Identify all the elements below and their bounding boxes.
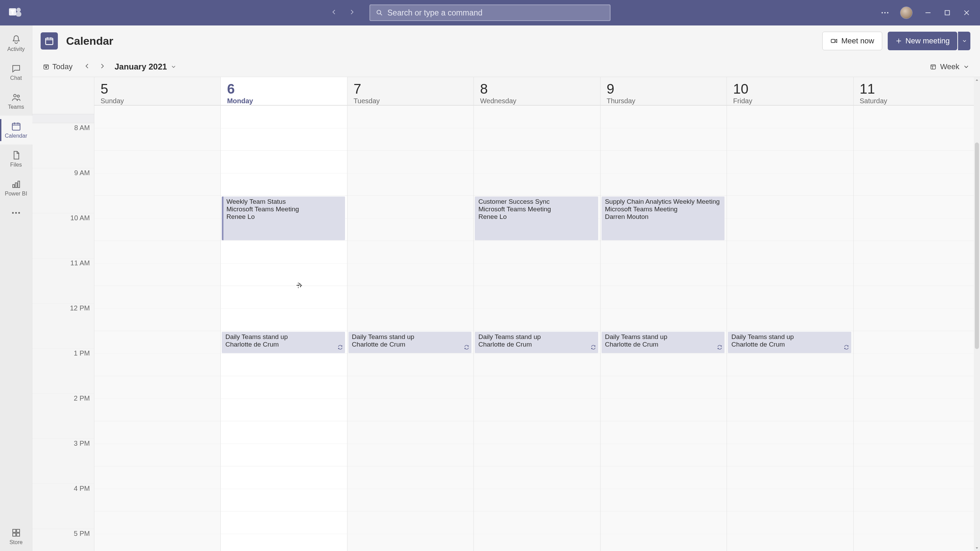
day-header[interactable]: 5Sunday: [94, 77, 220, 105]
time-slot[interactable]: [727, 511, 853, 551]
rail-item-chat[interactable]: Chat: [0, 58, 32, 87]
day-header[interactable]: 9Thursday: [601, 77, 727, 105]
rail-item-calendar[interactable]: Calendar: [0, 116, 32, 144]
today-button[interactable]: Today: [43, 62, 73, 71]
day-header[interactable]: 11Saturday: [854, 77, 980, 105]
user-avatar[interactable]: [900, 6, 913, 19]
window-maximize-button[interactable]: [943, 9, 951, 16]
time-slot[interactable]: [474, 151, 600, 196]
time-slot[interactable]: [347, 421, 474, 466]
time-slot[interactable]: [727, 106, 853, 151]
time-slot[interactable]: [94, 511, 220, 551]
day-column[interactable]: 9ThursdaySupply Chain Analytics Weekly M…: [601, 77, 727, 551]
time-slot[interactable]: [854, 331, 980, 376]
day-header[interactable]: 8Wednesday: [474, 77, 600, 105]
time-slot[interactable]: [347, 241, 474, 286]
day-column[interactable]: 11Saturday: [854, 77, 980, 551]
time-slot[interactable]: [854, 376, 980, 421]
history-back-button[interactable]: [331, 9, 337, 17]
time-slot[interactable]: [727, 241, 853, 286]
time-slot[interactable]: [601, 106, 727, 151]
time-slot[interactable]: [94, 106, 220, 151]
view-selector[interactable]: Week: [930, 62, 970, 71]
calendar-event[interactable]: Daily Teams stand upCharlotte de Crum: [222, 332, 345, 353]
time-slot[interactable]: [854, 106, 980, 151]
time-slot[interactable]: [474, 511, 600, 551]
time-slot[interactable]: [94, 286, 220, 331]
time-slot[interactable]: [727, 196, 853, 241]
time-slot[interactable]: [727, 421, 853, 466]
time-slot[interactable]: [601, 286, 727, 331]
time-slot[interactable]: [601, 421, 727, 466]
time-slot[interactable]: [94, 466, 220, 511]
day-column[interactable]: 6MondayWeekly Team StatusMicrosoft Teams…: [221, 77, 347, 551]
time-slot[interactable]: [601, 466, 727, 511]
day-header[interactable]: 6Monday: [221, 77, 347, 105]
day-column[interactable]: 8WednesdayCustomer Success SyncMicrosoft…: [474, 77, 600, 551]
calendar-event[interactable]: Daily Teams stand upCharlotte de Crum: [348, 332, 471, 353]
time-slot[interactable]: [347, 286, 474, 331]
calendar-event[interactable]: Daily Teams stand upCharlotte de Crum: [601, 332, 724, 353]
time-slot[interactable]: [94, 196, 220, 241]
time-slot[interactable]: [601, 511, 727, 551]
time-slot[interactable]: [221, 421, 347, 466]
rail-item-teams[interactable]: Teams: [0, 87, 32, 116]
scroll-down-button[interactable]: [974, 545, 980, 551]
calendar-event[interactable]: Weekly Team StatusMicrosoft Teams Meetin…: [222, 197, 345, 240]
rail-item-activity[interactable]: Activity: [0, 29, 32, 58]
rail-item-files[interactable]: Files: [0, 144, 32, 173]
calendar-event[interactable]: Daily Teams stand upCharlotte de Crum: [728, 332, 851, 353]
time-slot[interactable]: [221, 376, 347, 421]
time-slot[interactable]: [854, 511, 980, 551]
time-slot[interactable]: [854, 151, 980, 196]
time-slot[interactable]: [94, 151, 220, 196]
time-slot[interactable]: [854, 286, 980, 331]
time-slot[interactable]: [347, 196, 474, 241]
time-slot[interactable]: [221, 241, 347, 286]
rail-item-powerbi[interactable]: Power BI: [0, 173, 32, 202]
command-search-box[interactable]: Search or type a command: [369, 5, 611, 21]
time-slot[interactable]: [474, 421, 600, 466]
time-slot[interactable]: [727, 376, 853, 421]
next-week-button[interactable]: [99, 63, 106, 71]
time-slot[interactable]: [94, 421, 220, 466]
date-range-picker[interactable]: January 2021: [115, 62, 177, 71]
time-slot[interactable]: [347, 376, 474, 421]
time-slot[interactable]: [474, 106, 600, 151]
time-slot[interactable]: [474, 376, 600, 421]
time-slot[interactable]: [94, 376, 220, 421]
time-slot[interactable]: [94, 241, 220, 286]
window-close-button[interactable]: [963, 9, 970, 16]
scroll-up-button[interactable]: [974, 77, 980, 83]
rail-more-apps-button[interactable]: [0, 202, 32, 223]
day-column[interactable]: 10FridayDaily Teams stand upCharlotte de…: [727, 77, 853, 551]
prev-week-button[interactable]: [84, 63, 91, 71]
time-slot[interactable]: [854, 196, 980, 241]
day-header[interactable]: 10Friday: [727, 77, 853, 105]
time-slot[interactable]: [347, 106, 474, 151]
meet-now-button[interactable]: Meet now: [822, 32, 882, 50]
vertical-scrollbar[interactable]: [974, 77, 980, 551]
time-slot[interactable]: [221, 286, 347, 331]
time-slot[interactable]: [221, 106, 347, 151]
new-meeting-dropdown-button[interactable]: [958, 32, 970, 50]
time-slot[interactable]: [601, 376, 727, 421]
time-slot[interactable]: [474, 241, 600, 286]
time-slot[interactable]: [221, 511, 347, 551]
time-slot[interactable]: [727, 466, 853, 511]
time-slot[interactable]: [474, 286, 600, 331]
time-slot[interactable]: [347, 511, 474, 551]
time-slot[interactable]: [347, 151, 474, 196]
calendar-event[interactable]: Supply Chain Analytics Weekly MeetingMic…: [601, 197, 724, 240]
time-slot[interactable]: [727, 151, 853, 196]
time-slot[interactable]: [854, 466, 980, 511]
day-header[interactable]: 7Tuesday: [347, 77, 474, 105]
time-slot[interactable]: [94, 331, 220, 376]
window-minimize-button[interactable]: [924, 9, 932, 16]
time-slot[interactable]: [727, 286, 853, 331]
day-column[interactable]: 7TuesdayDaily Teams stand upCharlotte de…: [347, 77, 474, 551]
calendar-event[interactable]: Customer Success SyncMicrosoft Teams Mee…: [475, 197, 598, 240]
calendar-event[interactable]: Daily Teams stand upCharlotte de Crum: [475, 332, 598, 353]
time-slot[interactable]: [854, 421, 980, 466]
scrollbar-thumb[interactable]: [975, 143, 979, 349]
